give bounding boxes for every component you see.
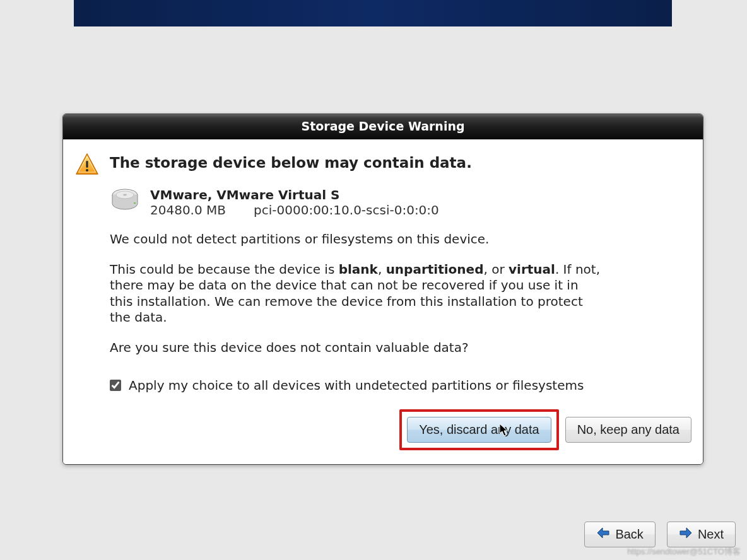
device-name: VMware, VMware Virtual S — [150, 187, 439, 202]
dialog-title: Storage Device Warning — [63, 114, 703, 139]
warning-confirm-question: Are you sure this device does not contai… — [110, 340, 691, 355]
installer-header-banner — [74, 0, 672, 26]
storage-warning-dialog: Storage Device Warning The stor — [62, 114, 703, 465]
device-info: VMware, VMware Virtual S 20480.0 MBpci-0… — [110, 187, 691, 218]
wizard-footer: Back Next — [584, 522, 736, 547]
back-button[interactable]: Back — [584, 522, 655, 547]
warning-paragraph-1: We could not detect partitions or filesy… — [110, 231, 602, 248]
device-details: 20480.0 MBpci-0000:00:10.0-scsi-0:0:0:0 — [150, 202, 439, 218]
next-button[interactable]: Next — [667, 522, 736, 547]
apply-to-all-row[interactable]: Apply my choice to all devices with unde… — [110, 378, 691, 393]
svg-rect-5 — [134, 202, 136, 204]
no-keep-button[interactable]: No, keep any data — [565, 417, 691, 443]
warning-icon — [74, 151, 100, 180]
highlight-annotation: Yes, discard any data — [399, 409, 559, 450]
dialog-body: The storage device below may contain dat… — [63, 139, 703, 464]
svg-point-1 — [86, 169, 88, 172]
dialog-button-row: Yes, discard any data No, keep any data — [110, 409, 691, 450]
svg-point-4 — [123, 194, 127, 196]
watermark: https://sendtower@51CTO博客 — [627, 546, 741, 557]
yes-discard-button[interactable]: Yes, discard any data — [407, 417, 551, 443]
arrow-left-icon — [596, 527, 610, 542]
next-label: Next — [698, 527, 724, 542]
warning-paragraph-2: This could be because the device is blan… — [110, 262, 602, 326]
arrow-right-icon — [679, 527, 693, 542]
dialog-headline: The storage device below may contain dat… — [110, 151, 472, 171]
device-size: 20480.0 MB — [150, 202, 226, 218]
back-label: Back — [615, 527, 643, 542]
apply-to-all-checkbox[interactable] — [110, 380, 121, 391]
apply-to-all-label: Apply my choice to all devices with unde… — [129, 378, 584, 393]
harddisk-icon — [110, 187, 140, 215]
device-path: pci-0000:00:10.0-scsi-0:0:0:0 — [254, 202, 439, 218]
svg-rect-0 — [86, 161, 88, 168]
